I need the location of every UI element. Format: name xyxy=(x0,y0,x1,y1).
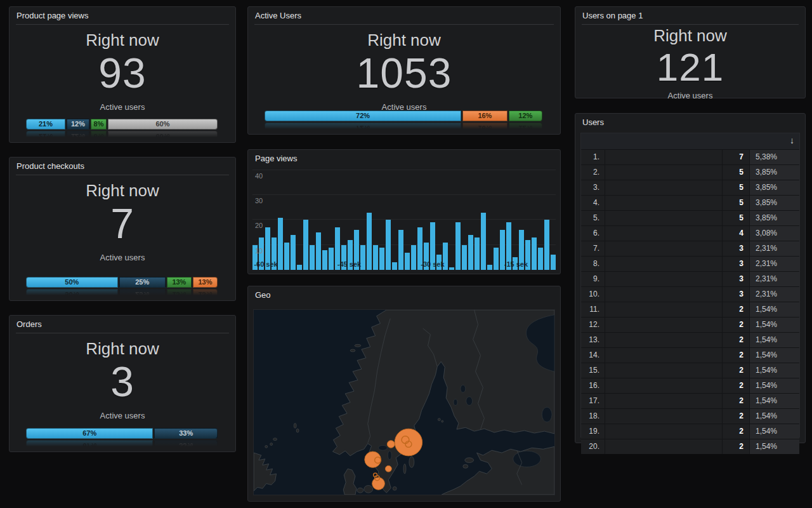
island-speck xyxy=(265,445,268,448)
island-orkney xyxy=(273,438,277,441)
right-now-heading: Right now xyxy=(10,181,235,201)
right-now-heading: Right now xyxy=(575,26,805,46)
distribution-segment: 13% xyxy=(167,289,192,300)
row-count: 5 xyxy=(722,211,750,225)
distribution-segment: 33% xyxy=(154,440,218,451)
row-count: 5 xyxy=(722,180,750,195)
row-percent: 3,85% xyxy=(750,196,799,210)
row-rank: 12. xyxy=(581,318,605,332)
row-percent: 1,54% xyxy=(750,394,799,408)
distribution-bar-reflection: 50%25%13%13% xyxy=(26,289,218,300)
panel-title-product-page-views[interactable]: Product page views xyxy=(10,7,235,24)
distribution-segment: 21% xyxy=(26,131,65,142)
page-views-bar xyxy=(455,222,461,270)
users-table-header[interactable]: ↓ xyxy=(581,133,799,150)
island-bornholm xyxy=(393,486,396,490)
row-count: 3 xyxy=(722,257,750,271)
table-row: 8.32,31% xyxy=(581,257,799,272)
singlestat-orders: Right now 3 Active users 67%33% 67%33% xyxy=(10,333,235,451)
island-gotland xyxy=(409,457,414,467)
users-table: ↓ 1.75,38%2.53,85%3.53,85%4.53,85%5.53,8… xyxy=(580,133,800,438)
page-views-bar xyxy=(462,245,467,270)
page-views-bar xyxy=(551,255,556,270)
active-users-label: Active users xyxy=(575,91,805,100)
row-rank: 6. xyxy=(581,226,605,241)
page-views-bars xyxy=(252,168,556,270)
row-count: 2 xyxy=(722,409,750,424)
distribution-segment: 25% xyxy=(119,277,166,288)
active-users-value: 121 xyxy=(575,48,805,87)
geo-bubble[interactable] xyxy=(372,478,385,490)
table-row: 15.21,54% xyxy=(581,363,799,378)
panel-title-page-views[interactable]: Page views xyxy=(248,150,560,167)
distribution-segment: 8% xyxy=(91,119,107,130)
panel-title-users[interactable]: Users xyxy=(575,114,805,131)
distribution-segment: 25% xyxy=(119,289,166,300)
row-count: 5 xyxy=(722,165,750,180)
sort-descending-icon[interactable]: ↓ xyxy=(790,135,794,145)
geo-bubble[interactable] xyxy=(387,441,395,448)
geo-bubble[interactable] xyxy=(385,465,391,472)
row-percent: 1,54% xyxy=(750,348,799,363)
geo-bubble[interactable] xyxy=(365,451,381,467)
lake-onega xyxy=(542,407,552,422)
table-row: 2.53,85% xyxy=(581,165,799,180)
panel-product-page-views: Product page views Right now 93 Active u… xyxy=(9,6,236,143)
page-views-bar xyxy=(310,245,315,270)
land-jutland xyxy=(343,469,357,495)
row-page xyxy=(605,409,722,424)
panel-title-geo[interactable]: Geo xyxy=(248,286,560,304)
row-rank: 11. xyxy=(581,302,605,317)
active-users-value: 93 xyxy=(10,52,235,94)
panel-title-orders[interactable]: Orders xyxy=(10,316,235,333)
distribution-segment: 16% xyxy=(462,110,507,121)
geo-map-svg xyxy=(254,310,554,495)
panel-title-active-users[interactable]: Active Users xyxy=(248,7,560,24)
row-percent: 3,08% xyxy=(750,226,799,241)
row-count: 7 xyxy=(722,150,750,164)
row-percent: 1,54% xyxy=(750,363,799,378)
distribution-bar-reflection: 72%16%12% xyxy=(265,123,542,133)
panel-title-users-on-page-1[interactable]: Users on page 1 xyxy=(575,7,805,24)
island-zealand xyxy=(364,485,373,493)
table-row: 18.21,54% xyxy=(581,409,799,424)
page-views-bar xyxy=(449,267,454,270)
row-count: 4 xyxy=(722,226,750,241)
page-views-bar xyxy=(392,262,397,270)
panel-geo: Geo xyxy=(247,286,561,502)
panel-page-views: Page views 10203040-60 sek-45 sek-30 sek… xyxy=(247,149,561,274)
row-percent: 3,85% xyxy=(750,180,799,195)
page-views-bar xyxy=(398,230,403,270)
row-rank: 15. xyxy=(581,363,605,378)
row-count: 2 xyxy=(722,394,750,408)
table-row: 10.32,31% xyxy=(581,287,799,302)
distribution-segment: 16% xyxy=(462,123,507,133)
page-views-bar xyxy=(316,232,321,270)
page-views-bar xyxy=(379,248,384,270)
row-page xyxy=(605,348,722,363)
distribution-bar: 50%25%13%13% xyxy=(26,277,218,288)
distribution-segment: 67% xyxy=(26,428,153,439)
row-percent: 1,54% xyxy=(750,424,799,439)
island-shetland xyxy=(296,429,299,432)
row-rank: 4. xyxy=(581,196,605,210)
row-rank: 7. xyxy=(581,241,605,256)
table-row: 7.32,31% xyxy=(581,241,799,257)
distribution-bar: 67%33% xyxy=(26,428,218,439)
row-page xyxy=(605,424,722,439)
panel-orders: Orders Right now 3 Active users 67%33% 6… xyxy=(9,315,236,452)
table-row: 14.21,54% xyxy=(581,348,799,363)
row-count: 2 xyxy=(722,378,750,393)
panel-title-product-checkouts[interactable]: Product checkouts xyxy=(10,157,235,175)
distribution-segment: 33% xyxy=(154,428,218,439)
table-row: 13.21,54% xyxy=(581,333,799,348)
island-oland xyxy=(403,464,406,474)
page-views-bar xyxy=(367,213,372,270)
geo-map[interactable] xyxy=(253,309,555,495)
page-views-bar xyxy=(278,218,283,270)
page-views-bar xyxy=(411,245,416,270)
distribution-segment: 12% xyxy=(67,131,89,142)
y-axis-tick-label: 30 xyxy=(255,197,263,204)
row-page xyxy=(605,211,722,225)
dashboard: Product page views Right now 93 Active u… xyxy=(0,0,812,508)
